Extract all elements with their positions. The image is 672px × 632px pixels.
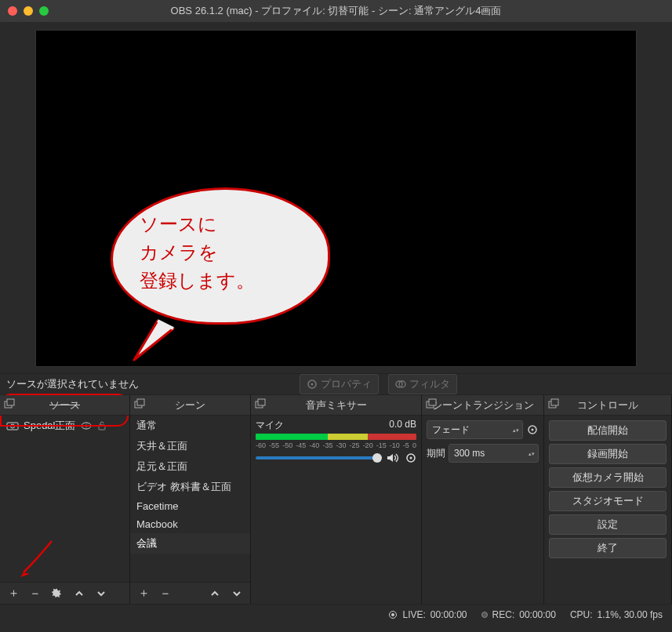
- gear-icon: [307, 379, 318, 390]
- duration-label: 期間: [427, 447, 445, 460]
- scenes-toolbar: ＋ −: [130, 582, 250, 604]
- maximize-window-button[interactable]: [39, 6, 49, 16]
- source-settings-button[interactable]: [47, 585, 67, 602]
- properties-button[interactable]: プロパティ: [300, 374, 379, 394]
- add-source-button[interactable]: ＋: [3, 585, 24, 602]
- filters-label: フィルタ: [409, 377, 450, 391]
- popout-icon[interactable]: [547, 398, 560, 411]
- gear-icon: [52, 588, 63, 599]
- svg-point-16: [410, 457, 412, 459]
- svg-point-7: [11, 424, 15, 428]
- popout-icon[interactable]: [3, 398, 16, 411]
- sources-panel-header[interactable]: ソース: [0, 395, 129, 416]
- scene-item[interactable]: 足元＆正面: [130, 456, 250, 477]
- title-bar: OBS 26.1.2 (mac) - プロファイル: 切替可能 - シーン: 通…: [0, 0, 672, 22]
- popout-icon[interactable]: [254, 398, 267, 411]
- controls-body: 配信開始 録画開始 仮想カメラ開始 スタジオモード 設定 終了: [544, 416, 671, 604]
- duration-input[interactable]: 300 ms ▴▾: [449, 444, 539, 463]
- no-source-selected-label: ソースが選択されていません: [6, 377, 139, 391]
- transitions-title: シーントランジション: [432, 398, 534, 412]
- svg-point-20: [532, 429, 534, 431]
- volume-slider[interactable]: [256, 456, 382, 459]
- mixer-body: マイク 0.0 dB -60 -55 -50 -45 -40 -35 -30 -…: [251, 416, 421, 604]
- mixer-panel-header[interactable]: 音声ミキサー: [251, 395, 421, 416]
- transition-mode-label: フェード: [432, 423, 470, 437]
- cpu-status: CPU: 1.1%, 30.00 fps: [570, 609, 663, 620]
- start-recording-button[interactable]: 録画開始: [549, 444, 667, 464]
- move-down-button[interactable]: [91, 585, 111, 602]
- filter-icon: [395, 379, 406, 390]
- move-scene-up-button[interactable]: [205, 585, 225, 602]
- scene-item[interactable]: 通常: [130, 416, 250, 436]
- audio-meter: [256, 434, 416, 440]
- audio-mixer-panel: 音声ミキサー マイク 0.0 dB -60 -55 -50 -45 -40 -3…: [251, 395, 422, 604]
- sources-title: ソース: [49, 398, 80, 412]
- duration-value: 300 ms: [454, 448, 485, 459]
- annotation-line: ソースに: [140, 210, 309, 238]
- svg-rect-6: [7, 423, 18, 430]
- controls-panel-header[interactable]: コントロール: [544, 395, 671, 416]
- transitions-panel-header[interactable]: シーントランジション: [422, 395, 543, 416]
- chevron-up-icon: [210, 589, 220, 598]
- sources-toolbar: ＋ −: [0, 582, 129, 604]
- record-dot-icon: [481, 612, 488, 618]
- source-item[interactable]: Spedal正面: [0, 416, 129, 436]
- transition-select[interactable]: フェード ▴▾: [427, 420, 523, 439]
- chevron-down-icon: [232, 589, 242, 598]
- scene-item[interactable]: Macbook: [130, 515, 250, 533]
- scene-item[interactable]: Facetime: [130, 497, 250, 515]
- scene-item[interactable]: 会議: [130, 533, 250, 554]
- scenes-panel-header[interactable]: シーン: [130, 395, 250, 416]
- mixer-title: 音声ミキサー: [306, 398, 367, 412]
- gear-icon[interactable]: [526, 423, 539, 436]
- scenes-panel: シーン 通常 天井＆正面 足元＆正面 ビデオ 教科書＆正面 Facetime M…: [130, 395, 251, 604]
- close-window-button[interactable]: [8, 6, 17, 16]
- svg-rect-14: [258, 399, 265, 405]
- scene-item[interactable]: 天井＆正面: [130, 436, 250, 456]
- docks-row: ソース Spedal正面 ＋ −: [0, 395, 672, 604]
- gear-icon[interactable]: [405, 452, 416, 463]
- move-scene-down-button[interactable]: [227, 585, 247, 602]
- scene-item[interactable]: ビデオ 教科書＆正面: [130, 477, 250, 497]
- sources-list[interactable]: Spedal正面: [0, 416, 129, 582]
- start-streaming-button[interactable]: 配信開始: [549, 420, 667, 441]
- stepper-arrows-icon: ▴▾: [513, 427, 519, 433]
- remove-scene-button[interactable]: −: [155, 585, 176, 602]
- popout-icon[interactable]: [425, 398, 438, 411]
- popout-icon[interactable]: [133, 398, 146, 411]
- annotation-arrow-icon: [14, 535, 61, 582]
- camera-icon: [6, 421, 19, 430]
- visibility-icon[interactable]: [80, 421, 93, 430]
- svg-point-23: [391, 613, 394, 616]
- controls-panel: コントロール 配信開始 録画開始 仮想カメラ開始 スタジオモード 設定 終了: [544, 395, 672, 604]
- studio-mode-button[interactable]: スタジオモード: [549, 491, 667, 511]
- svg-rect-10: [99, 425, 105, 430]
- live-status: LIVE: 00:00:00: [388, 609, 467, 620]
- rec-status: REC: 00:00:00: [481, 609, 556, 620]
- minimize-window-button[interactable]: [24, 6, 33, 16]
- move-up-button[interactable]: [69, 585, 89, 602]
- status-bar: LIVE: 00:00:00 REC: 00:00:00 CPU: 1.1%, …: [0, 604, 672, 624]
- annotation-line: 登録します。: [140, 267, 309, 295]
- settings-button[interactable]: 設定: [549, 514, 667, 535]
- scenes-list[interactable]: 通常 天井＆正面 足元＆正面 ビデオ 教科書＆正面 Facetime Macbo…: [130, 416, 250, 582]
- annotation-tail-icon: [126, 317, 181, 364]
- sources-panel: ソース Spedal正面 ＋ −: [0, 395, 130, 604]
- annotation-callout: ソースに カメラを 登録します。: [111, 187, 334, 344]
- controls-title: コントロール: [577, 398, 638, 412]
- start-virtual-camera-button[interactable]: 仮想カメラ開始: [549, 467, 667, 488]
- source-label: Spedal正面: [24, 419, 75, 433]
- preview-area: ソースに カメラを 登録します。: [0, 22, 672, 373]
- scenes-title: シーン: [175, 398, 205, 412]
- lock-icon[interactable]: [97, 420, 107, 431]
- svg-point-1: [311, 383, 314, 386]
- window-title: OBS 26.1.2 (mac) - プロファイル: 切替可能 - シーン: 通…: [171, 4, 502, 18]
- mixer-channel-label: マイク: [256, 419, 284, 432]
- svg-rect-18: [429, 399, 436, 405]
- remove-source-button[interactable]: −: [25, 585, 45, 602]
- filters-button[interactable]: フィルタ: [388, 374, 457, 394]
- exit-button[interactable]: 終了: [549, 538, 667, 558]
- add-scene-button[interactable]: ＋: [133, 585, 154, 602]
- speaker-icon[interactable]: [387, 452, 401, 463]
- preview-canvas[interactable]: ソースに カメラを 登録します。: [35, 30, 637, 367]
